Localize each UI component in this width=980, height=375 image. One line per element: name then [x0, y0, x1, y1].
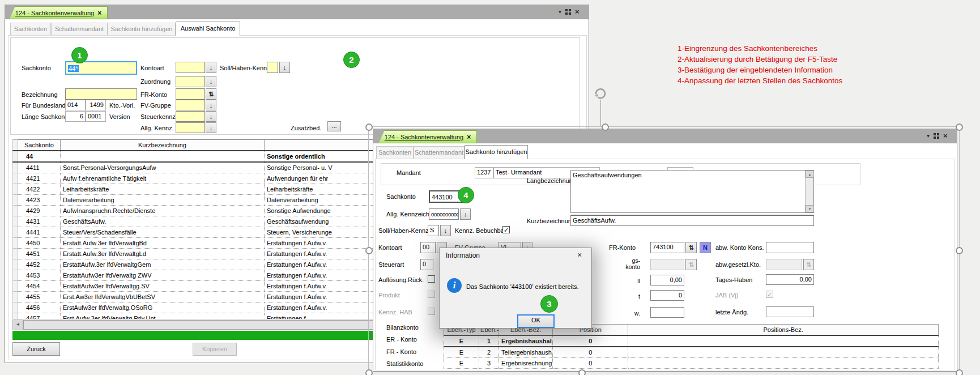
scroll-down-icon[interactable]: ▼	[806, 205, 814, 212]
fv-gruppe-lookup-icon[interactable]: ↓	[206, 100, 216, 110]
kopieren-button[interactable]: Kopieren	[193, 343, 237, 356]
row-selector[interactable]	[13, 281, 18, 292]
selection-handle-left-mid[interactable]	[365, 247, 373, 254]
ok-button[interactable]: OK	[517, 314, 555, 328]
verrechnungskonto-spinner-icon[interactable]: ⇅	[685, 259, 697, 270]
laenge-input[interactable]: 6	[65, 111, 86, 122]
row-selector[interactable]	[13, 227, 18, 238]
abw-gesetzl-kto-spinner-icon[interactable]: ⇅	[803, 259, 814, 270]
fr-konto-spinner-icon[interactable]: ⇅	[206, 88, 216, 100]
table-row[interactable]: E3Ergebnisrechnung0	[444, 358, 939, 369]
tab-sachkonto-hinzufuegen[interactable]: Sachkonto hinzufügen	[465, 145, 528, 159]
rotate-icon[interactable]	[593, 87, 607, 100]
row-selector[interactable]	[13, 313, 18, 319]
chevron-down-icon[interactable]: ▾	[559, 8, 561, 15]
verrechnungskonto-input[interactable]	[650, 259, 684, 270]
tab-auswahl-sachkonto[interactable]: Auswahl Sachkonto	[176, 22, 240, 36]
soll-haben-lookup-icon[interactable]: ↓	[440, 225, 451, 236]
row-selector[interactable]	[13, 292, 18, 302]
langbezeichnung-textarea[interactable]: Geschäftsaufwendungen	[570, 170, 814, 213]
scroll-left-icon[interactable]: ◄	[12, 319, 23, 330]
fr-konto-spinner-icon[interactable]: ⇅	[685, 242, 697, 253]
row-selector[interactable]	[13, 173, 18, 184]
tab-sachkonten[interactable]: Sachkonten	[376, 146, 414, 159]
bezeichnung-input[interactable]	[65, 88, 137, 100]
row-selector[interactable]	[13, 259, 18, 270]
row-selector[interactable]	[13, 238, 18, 249]
selection-handle-top-right[interactable]	[956, 123, 963, 131]
n-button[interactable]: N	[700, 242, 711, 253]
fr-konto-input[interactable]: 743100	[650, 242, 684, 253]
sachkonto-input[interactable]: 44*	[65, 61, 137, 75]
kontoart-input[interactable]: 00	[420, 242, 436, 253]
selection-handle-right-mid[interactable]	[956, 247, 963, 254]
fv-gruppe-input[interactable]	[176, 100, 205, 110]
kontoart-lookup-icon[interactable]: ↓	[206, 62, 216, 73]
zusatzbed-button[interactable]: ...	[327, 121, 341, 131]
row-selector[interactable]	[13, 151, 18, 162]
grid-icon[interactable]	[934, 133, 939, 139]
dialog-close-icon[interactable]: ×	[577, 250, 582, 259]
selection-handle-bottom-mid[interactable]	[578, 369, 586, 375]
row-selector[interactable]	[13, 184, 18, 195]
produkt-checkbox[interactable]	[428, 291, 435, 298]
kurzbezeichnung-input[interactable]: GeschäftsAufw.	[570, 215, 814, 226]
steuerkennz-input[interactable]	[176, 111, 205, 122]
abw-konto-kons-input[interactable]	[766, 242, 814, 253]
letzte-aendg-input[interactable]	[766, 306, 814, 317]
window1-tab-close-icon[interactable]: ×	[97, 9, 101, 17]
bundesland-input[interactable]: 014	[65, 100, 86, 110]
row-selector[interactable]	[13, 249, 18, 259]
zuordnung-lookup-icon[interactable]: ↓	[206, 76, 216, 87]
selection-handle-top-left[interactable]	[365, 123, 373, 131]
kennz-hab-checkbox[interactable]	[428, 308, 435, 315]
window2-tab-close-icon[interactable]: ×	[467, 133, 471, 141]
allg-kennzeichen-input[interactable]: 0000000000	[429, 208, 459, 220]
row-selector[interactable]	[13, 162, 18, 173]
allg-kennz-lookup-icon[interactable]: ↓	[206, 122, 216, 133]
aufloesung-checkbox[interactable]	[428, 275, 435, 283]
chevron-down-icon[interactable]: ▾	[927, 133, 930, 139]
allg-kennzeichen-lookup-icon[interactable]: ↓	[460, 208, 471, 220]
row-selector[interactable]	[13, 270, 18, 281]
tab-sachkonto-hinzufuegen[interactable]: Sachkonto hinzufügen	[108, 23, 176, 36]
kontoart-input[interactable]	[176, 62, 205, 73]
soll-haben-lookup-icon[interactable]: ↓	[279, 62, 290, 73]
abw-gesetzl-kto-input[interactable]	[766, 259, 802, 270]
selection-handle-top-mid[interactable]	[602, 123, 609, 131]
window2-document-tab[interactable]: 124 - Sachkontenverwaltung ×	[378, 130, 477, 144]
steuerart-input[interactable]: 0	[420, 259, 433, 270]
tages-soll-input[interactable]: 0,00	[650, 275, 684, 285]
kto-vorl-input[interactable]: 1499	[86, 100, 106, 110]
tab-schattenmandant[interactable]: Schattenmandant	[51, 23, 108, 36]
mandant-nr-input[interactable]: 1237	[475, 167, 493, 178]
tab-schattenmandant[interactable]: Schattenmandant	[414, 146, 465, 159]
close-icon[interactable]: ×	[943, 131, 948, 140]
steuerkennz-lookup-icon[interactable]: ↓	[206, 111, 216, 122]
soll-haben-input[interactable]: S	[428, 225, 439, 236]
table-row[interactable]: E2Teilergebnishaushalt0	[444, 347, 939, 358]
selection-handle-bottom-right[interactable]	[956, 369, 963, 375]
tages-haben-input[interactable]: 0,00	[766, 274, 814, 285]
row-selector[interactable]	[13, 216, 18, 227]
grid-icon[interactable]	[565, 9, 571, 15]
soll-haben-input[interactable]	[267, 62, 278, 73]
tab-sachkonten[interactable]: Sachkonten	[10, 23, 51, 36]
zuordnung-input[interactable]	[176, 76, 205, 87]
fr-konto-input[interactable]	[176, 88, 205, 100]
scroll-up-icon[interactable]: ▲	[806, 171, 814, 178]
zurueck-button[interactable]: Zurück	[12, 342, 60, 356]
abw-input[interactable]	[650, 307, 684, 318]
row-selector[interactable]	[13, 302, 18, 313]
budget-input[interactable]: 0	[650, 290, 684, 301]
version-input[interactable]: 0001	[86, 111, 106, 122]
allg-kennz-input[interactable]	[176, 122, 205, 133]
bebuchbar-checkbox[interactable]: ✓	[502, 226, 510, 233]
close-icon[interactable]: ×	[575, 7, 580, 16]
row-selector[interactable]	[13, 195, 18, 206]
langbezeichnung-scrollbar[interactable]: ▲ ▼	[805, 171, 813, 212]
jab-vj-checkbox[interactable]: ✓	[766, 291, 773, 298]
selection-handle-bottom-left[interactable]	[365, 369, 373, 375]
window1-document-tab[interactable]: 124 - Sachkontenverwaltung ×	[9, 6, 108, 20]
row-selector[interactable]	[13, 206, 18, 216]
